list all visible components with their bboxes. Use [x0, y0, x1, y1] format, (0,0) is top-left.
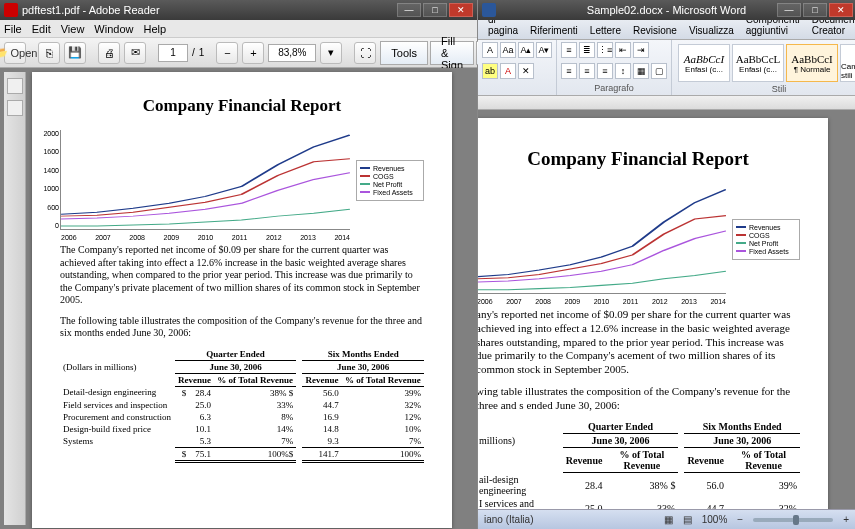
- open-button[interactable]: Open: [4, 42, 26, 64]
- chart-lines: [61, 130, 350, 229]
- italic-icon[interactable]: Aa: [500, 42, 516, 58]
- page-sep: /: [192, 47, 195, 58]
- adobe-reader-window: pdftest1.pdf - Adobe Reader — □ ✕ File E…: [0, 0, 478, 529]
- menu-edit[interactable]: Edit: [32, 23, 51, 35]
- adobe-close-button[interactable]: ✕: [449, 3, 473, 17]
- tab-rev[interactable]: Revisione: [627, 22, 683, 39]
- style-normale[interactable]: AaBbCcI¶ Normale: [786, 44, 838, 82]
- pdf-page: Company Financial Report 200016001400100…: [32, 72, 452, 528]
- zoom-minus-icon[interactable]: −: [737, 514, 743, 525]
- shading-icon[interactable]: ▦: [633, 63, 649, 79]
- word-close-button[interactable]: ✕: [829, 3, 853, 17]
- status-zoom[interactable]: 100%: [702, 514, 728, 525]
- email-icon[interactable]: ✉: [124, 42, 146, 64]
- adobe-doc-area: Company Financial Report 200016001400100…: [0, 68, 477, 529]
- style-enfasi1[interactable]: AaBbCcIEnfasi (c...: [678, 44, 730, 82]
- x-axis-ticks: 200620072008200920102011201220132014: [478, 298, 726, 305]
- chart-plot: 20001600140010006000 2006200720082009201…: [60, 130, 350, 230]
- chart-plot: 200620072008200920102011201220132014: [478, 184, 726, 294]
- revenue-table: Quarter EndedSix Months Ended (Dollars i…: [60, 348, 424, 463]
- paragraph-group: ≡ ≣ ⋮≡ ⇤ ⇥ ≡ ≡ ≡ ↕ ▦ ▢ Paragrafo: [557, 40, 672, 95]
- page-total: 1: [199, 47, 205, 58]
- chart-left: 20001600140010006000 2006200720082009201…: [60, 130, 424, 230]
- word-app-icon: [482, 3, 496, 17]
- grow-font-icon[interactable]: A▴: [518, 42, 534, 58]
- ribbon: A Aa A▴ A▾ ab A ✕ ≡ ≣ ⋮≡ ⇤ ⇥ ≡ ≡: [478, 40, 855, 96]
- tab-refs[interactable]: Riferimenti: [524, 22, 584, 39]
- zoom-in-icon[interactable]: +: [242, 42, 264, 64]
- adobe-toolbar: Open ⎘ 💾 🖨 ✉ / 1 − + ▾ ⛶ Tools Fill & Si…: [0, 38, 477, 68]
- tab-view[interactable]: Visualizza: [683, 22, 740, 39]
- word-page[interactable]: Company Financial Report 200620072008200…: [478, 118, 828, 509]
- bookmarks-icon[interactable]: [7, 100, 23, 116]
- align-right-icon[interactable]: ≡: [597, 63, 613, 79]
- chart-lines: [478, 184, 726, 293]
- adobe-min-button[interactable]: —: [397, 3, 421, 17]
- adobe-title: pdftest1.pdf - Adobe Reader: [22, 4, 160, 16]
- font-color-icon[interactable]: A: [500, 63, 516, 79]
- adobe-app-icon: [4, 3, 18, 17]
- tab-lettere[interactable]: Lettere: [584, 22, 627, 39]
- menu-help[interactable]: Help: [143, 23, 166, 35]
- fill-sign-button[interactable]: Fill & Sign: [430, 41, 474, 65]
- status-lang[interactable]: iano (Italia): [484, 514, 533, 525]
- zoom-input[interactable]: [268, 44, 316, 62]
- y-axis-ticks: 20001600140010006000: [39, 130, 59, 229]
- view-print-icon[interactable]: ▦: [664, 514, 673, 525]
- indent-left-icon[interactable]: ⇤: [615, 42, 631, 58]
- word-statusbar: iano (Italia) ▦ ▤ 100% − +: [478, 509, 855, 529]
- doc-title: Company Financial Report: [478, 148, 800, 170]
- zoom-plus-icon[interactable]: +: [843, 514, 849, 525]
- export-pdf-icon[interactable]: ⎘: [38, 42, 60, 64]
- clear-format-icon[interactable]: ✕: [518, 63, 534, 79]
- zoom-out-icon[interactable]: −: [216, 42, 238, 64]
- adobe-titlebar[interactable]: pdftest1.pdf - Adobe Reader — □ ✕: [0, 0, 477, 20]
- indent-right-icon[interactable]: ⇥: [633, 42, 649, 58]
- chart-legend: Revenues COGS Net Profit Fixed Assets: [356, 160, 424, 201]
- tools-button[interactable]: Tools: [380, 41, 428, 65]
- menu-file[interactable]: File: [4, 23, 22, 35]
- chart-legend: Revenues COGS Net Profit Fixed Assets: [732, 219, 800, 260]
- zoom-slider[interactable]: [753, 518, 833, 522]
- save-icon[interactable]: 💾: [64, 42, 86, 64]
- revenue-table: Quarter EndedSix Months Ended millions)J…: [478, 420, 800, 509]
- highlight-icon[interactable]: ab: [482, 63, 498, 79]
- para1: any's reported net income of $0.09 per s…: [478, 308, 800, 377]
- adobe-max-button[interactable]: □: [423, 3, 447, 17]
- thumbnails-icon[interactable]: [7, 78, 23, 94]
- word-max-button[interactable]: □: [803, 3, 827, 17]
- borders-icon[interactable]: ▢: [651, 63, 667, 79]
- menu-window[interactable]: Window: [94, 23, 133, 35]
- x-axis-ticks: 200620072008200920102011201220132014: [61, 234, 350, 241]
- menu-view[interactable]: View: [61, 23, 85, 35]
- ribbon-tabs: di pagina Riferimenti Lettere Revisione …: [478, 20, 855, 40]
- shrink-font-icon[interactable]: A▾: [536, 42, 552, 58]
- adobe-menubar: File Edit View Window Help: [0, 20, 477, 38]
- line-spacing-icon[interactable]: ↕: [615, 63, 631, 79]
- fit-page-icon[interactable]: ⛶: [354, 42, 376, 64]
- multilevel-icon[interactable]: ⋮≡: [597, 42, 613, 58]
- styles-group: AaBbCcIEnfasi (c... AaBbCcLEnfasi (c... …: [672, 40, 855, 95]
- tab-edc[interactable]: Easy Document Creator: [806, 20, 855, 39]
- zoom-dropdown-icon[interactable]: ▾: [320, 42, 342, 64]
- para2: The following table illustrates the comp…: [60, 315, 424, 340]
- change-styles-button[interactable]: ACambia stili: [840, 44, 855, 82]
- para2: wing table illustrates the composition o…: [478, 385, 800, 413]
- style-enfasi2[interactable]: AaBbCcLEnfasi (c...: [732, 44, 784, 82]
- page-number-input[interactable]: [158, 44, 188, 62]
- bullets-icon[interactable]: ≡: [561, 42, 577, 58]
- word-titlebar[interactable]: Sample02.docx - Microsoft Word — □ ✕: [478, 0, 855, 20]
- chart-right: 200620072008200920102011201220132014 Rev…: [478, 184, 800, 294]
- para1: The Company's reported net income of $0.…: [60, 244, 424, 307]
- font-group: A Aa A▴ A▾ ab A ✕: [478, 40, 557, 95]
- view-read-icon[interactable]: ▤: [683, 514, 692, 525]
- word-ruler[interactable]: [478, 96, 855, 110]
- print-icon[interactable]: 🖨: [98, 42, 120, 64]
- tab-layout[interactable]: di pagina: [482, 20, 524, 39]
- numbering-icon[interactable]: ≣: [579, 42, 595, 58]
- tab-addins[interactable]: Componenti aggiuntivi: [740, 20, 806, 39]
- word-min-button[interactable]: —: [777, 3, 801, 17]
- bold-icon[interactable]: A: [482, 42, 498, 58]
- align-center-icon[interactable]: ≡: [579, 63, 595, 79]
- align-left-icon[interactable]: ≡: [561, 63, 577, 79]
